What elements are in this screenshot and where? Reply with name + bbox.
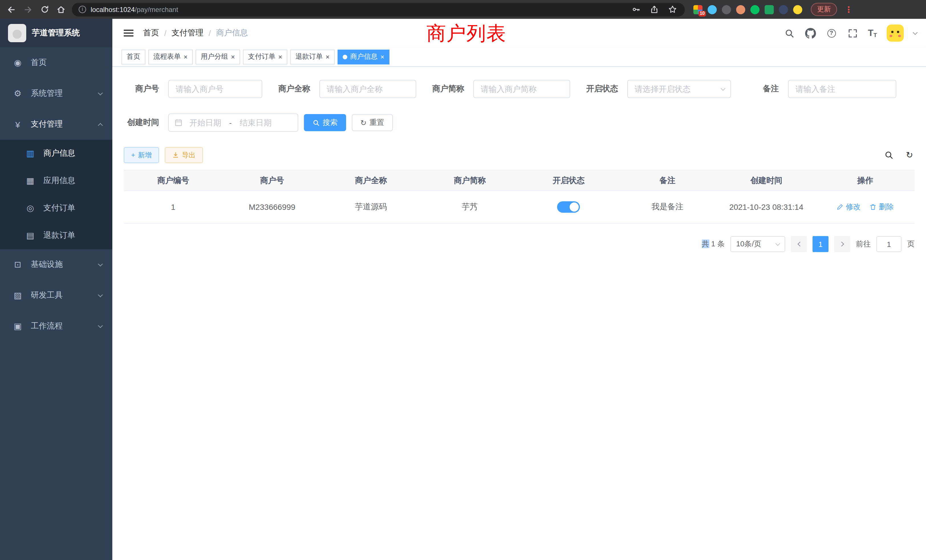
url-path: /pay/merchant bbox=[135, 5, 178, 14]
goto-page-input[interactable] bbox=[876, 236, 902, 252]
tab-refund-order[interactable]: 退款订单 × bbox=[290, 49, 335, 64]
avatar[interactable] bbox=[887, 24, 904, 42]
forward-icon[interactable] bbox=[22, 4, 34, 15]
table-toolbar: + 新增 导出 ↻ bbox=[124, 147, 915, 163]
fullscreen-icon[interactable] bbox=[847, 27, 858, 39]
infrastructure-icon: ⊡ bbox=[12, 259, 23, 270]
browser-update-button[interactable]: 更新 bbox=[811, 3, 837, 16]
merchant-card-icon: ▥ bbox=[25, 148, 35, 159]
filter-merchant-full-name: 商户全称 bbox=[275, 80, 416, 98]
back-icon[interactable] bbox=[6, 4, 17, 15]
sidebar-logo[interactable]: 芋道管理系统 bbox=[0, 19, 112, 47]
remark-input[interactable] bbox=[788, 80, 896, 98]
edit-pencil-icon bbox=[837, 204, 844, 210]
cell-create-time: 2021-10-23 08:31:14 bbox=[717, 191, 816, 223]
extension-drop-icon[interactable] bbox=[708, 5, 717, 14]
cell-merchant-id: 1 bbox=[124, 191, 222, 223]
sidebar-item-refund-order[interactable]: ▤ 退款订单 bbox=[0, 222, 112, 249]
end-date-input[interactable] bbox=[235, 118, 276, 127]
tab-home[interactable]: 首页 bbox=[121, 49, 145, 64]
reload-icon[interactable] bbox=[39, 4, 50, 15]
github-icon[interactable] bbox=[805, 27, 816, 39]
sidebar-item-app-info[interactable]: ▦ 应用信息 bbox=[0, 167, 112, 194]
logo-avatar bbox=[8, 24, 26, 42]
extension-avatar-icon[interactable] bbox=[736, 5, 745, 14]
start-date-input[interactable] bbox=[185, 118, 226, 127]
tab-process-form[interactable]: 流程表单 × bbox=[148, 49, 193, 64]
extensions-area: 10 bbox=[693, 5, 802, 14]
add-button[interactable]: + 新增 bbox=[124, 147, 159, 163]
status-select[interactable] bbox=[627, 80, 731, 98]
tab-close-icon[interactable]: × bbox=[278, 53, 282, 60]
filter-create-time: 创建时间 - bbox=[124, 114, 304, 132]
extension-doc-icon[interactable] bbox=[765, 5, 774, 14]
breadcrumb-payment[interactable]: 支付管理 bbox=[172, 28, 204, 38]
chevron-down-icon bbox=[775, 241, 780, 246]
merchant-no-input[interactable] bbox=[168, 80, 262, 98]
status-toggle[interactable] bbox=[557, 201, 580, 213]
page-size-select[interactable]: 10条/页 bbox=[731, 236, 785, 252]
col-create-time: 创建时间 bbox=[717, 170, 816, 191]
sidebar-item-home[interactable]: ◉ 首页 bbox=[0, 47, 112, 78]
site-info-icon[interactable]: i bbox=[79, 6, 86, 13]
tab-label: 商户信息 bbox=[350, 52, 377, 62]
tab-merchant-info[interactable]: 商户信息 × bbox=[337, 49, 389, 64]
screenshot-viewport: i localhost:1024/pay/merchant 10 bbox=[0, 0, 926, 560]
search-button[interactable]: 搜索 bbox=[304, 114, 346, 131]
merchant-short-name-input[interactable] bbox=[473, 80, 570, 98]
hamburger-icon[interactable] bbox=[121, 26, 135, 40]
extension-pinwheel-icon[interactable] bbox=[779, 5, 788, 14]
date-range-picker[interactable]: - bbox=[168, 114, 298, 132]
yen-icon: ¥ bbox=[12, 120, 23, 129]
sidebar-item-pay-order[interactable]: ◎ 支付订单 bbox=[0, 194, 112, 222]
home-icon[interactable] bbox=[55, 4, 67, 15]
reset-button[interactable]: ↻ 重置 bbox=[352, 114, 393, 131]
next-page-button[interactable] bbox=[834, 236, 850, 252]
table-search-toggle-icon[interactable] bbox=[884, 150, 894, 160]
page-1-button[interactable]: 1 bbox=[813, 236, 829, 252]
browser-menu-icon[interactable]: ⋮ bbox=[842, 4, 855, 15]
breadcrumb-current: 商户信息 bbox=[216, 28, 248, 38]
chevron-down-icon bbox=[98, 292, 103, 297]
sidebar-item-system[interactable]: ⚙ 系统管理 bbox=[0, 78, 112, 109]
extension-emoji-icon[interactable] bbox=[793, 5, 802, 14]
tab-close-icon[interactable]: × bbox=[325, 53, 330, 60]
sidebar-item-workflow[interactable]: ▣ 工作流程 bbox=[0, 311, 112, 342]
bookmark-star-icon[interactable] bbox=[667, 4, 678, 15]
main-area: 首页 / 支付管理 / 商户信息 ? bbox=[112, 19, 926, 560]
table-header-row: 商户编号 商户号 商户全称 商户简称 开启状态 备注 创建时间 操作 bbox=[124, 170, 915, 191]
tab-user-group[interactable]: 用户分组 × bbox=[195, 49, 240, 64]
breadcrumb-home[interactable]: 首页 bbox=[143, 28, 159, 38]
font-size-icon[interactable]: TT bbox=[868, 28, 877, 38]
sidebar-item-devtools[interactable]: ▨ 研发工具 bbox=[0, 280, 112, 311]
avatar-caret-icon[interactable] bbox=[913, 30, 918, 35]
col-full-name: 商户全称 bbox=[322, 170, 421, 191]
tab-pay-order[interactable]: 支付订单 × bbox=[243, 49, 287, 64]
edit-link[interactable]: 修改 bbox=[837, 202, 861, 212]
tab-close-icon[interactable]: × bbox=[380, 53, 384, 60]
merchant-full-name-input[interactable] bbox=[319, 80, 416, 98]
refund-order-icon: ▤ bbox=[25, 230, 35, 241]
delete-link[interactable]: 删除 bbox=[870, 202, 894, 212]
table-refresh-icon[interactable]: ↻ bbox=[904, 150, 915, 160]
address-bar[interactable]: i localhost:1024/pay/merchant bbox=[72, 3, 685, 16]
pagination-total: 共 1 条 bbox=[702, 239, 725, 249]
workflow-icon: ▣ bbox=[12, 321, 23, 331]
extension-green-icon[interactable] bbox=[750, 5, 760, 14]
pagination-total-count: 1 bbox=[711, 239, 715, 248]
share-icon[interactable] bbox=[648, 4, 660, 15]
tab-close-icon[interactable]: × bbox=[231, 53, 235, 60]
goto-unit: 页 bbox=[907, 239, 915, 249]
export-button[interactable]: 导出 bbox=[165, 147, 203, 163]
tab-close-icon[interactable]: × bbox=[184, 53, 188, 60]
prev-page-button[interactable] bbox=[791, 236, 807, 252]
sidebar-item-merchant-info[interactable]: ▥ 商户信息 bbox=[0, 140, 112, 167]
header-search-icon[interactable] bbox=[784, 27, 795, 39]
sidebar-item-label: 支付管理 bbox=[31, 119, 63, 129]
help-icon[interactable]: ? bbox=[826, 27, 837, 39]
sidebar-item-payment[interactable]: ¥ 支付管理 bbox=[0, 109, 112, 140]
sidebar-item-infrastructure[interactable]: ⊡ 基础设施 bbox=[0, 249, 112, 280]
password-key-icon[interactable] bbox=[630, 4, 642, 15]
extension-dark-icon[interactable] bbox=[722, 5, 731, 14]
extension-grid-icon[interactable]: 10 bbox=[693, 5, 702, 14]
